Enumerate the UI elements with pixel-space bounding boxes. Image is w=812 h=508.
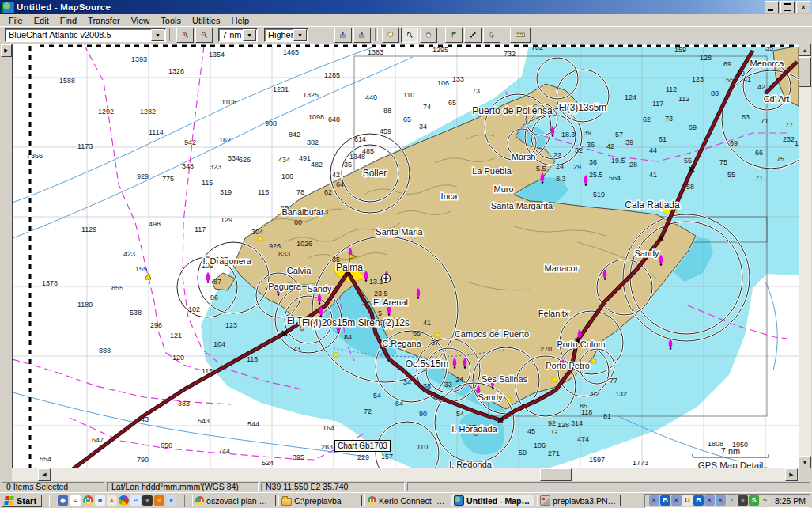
mapsource-window: Untitled - MapSource × FileEditFindTrans… bbox=[0, 0, 812, 508]
menu-tools[interactable]: Tools bbox=[155, 15, 187, 26]
zoom-in-button[interactable] bbox=[176, 28, 194, 43]
tray-app-icon-1[interactable]: ▪ bbox=[727, 495, 737, 506]
scroll-left-button[interactable]: ◀ bbox=[38, 468, 51, 481]
place-label: Manacor bbox=[545, 263, 579, 273]
measure-tool-button[interactable] bbox=[510, 28, 531, 43]
depth-sounding: 395 bbox=[293, 453, 304, 461]
minimize-button[interactable] bbox=[765, 1, 779, 13]
depth-sounding: 123 bbox=[225, 321, 237, 329]
chevron-down-icon[interactable]: ▼ bbox=[151, 29, 164, 41]
zoom-tool-button[interactable] bbox=[401, 28, 418, 43]
ruler-icon bbox=[516, 30, 525, 40]
depth-sounding: 120 bbox=[172, 354, 184, 362]
urban-area bbox=[552, 377, 557, 381]
chrome-icon[interactable] bbox=[83, 495, 93, 506]
menu-view[interactable]: View bbox=[126, 15, 156, 26]
mouse-icon[interactable]: ~ bbox=[760, 495, 770, 506]
utorrent-icon[interactable]: U bbox=[682, 495, 693, 506]
scale-combo[interactable]: 7 nm ▼ bbox=[218, 28, 258, 42]
menu-find[interactable]: Find bbox=[55, 15, 82, 26]
status-position-format: Lat/Lon hddd°mm.mmm'(WGS 84) bbox=[107, 482, 259, 491]
tray-app-icon-2[interactable]: ● bbox=[738, 495, 748, 506]
chevron-down-icon[interactable]: ▼ bbox=[293, 29, 307, 41]
depth-sounding: 1354 bbox=[209, 51, 225, 59]
depth-sounding: 543 bbox=[198, 417, 210, 425]
picasa-icon[interactable] bbox=[119, 495, 129, 506]
depth-sounding: 157 bbox=[381, 453, 393, 461]
menu-utilities[interactable]: Utilities bbox=[187, 15, 225, 26]
ie-icon[interactable]: e bbox=[130, 495, 141, 506]
task-button-label: oszovaci plan RISAZIBE... bbox=[206, 496, 273, 506]
task-button[interactable]: Kerio Connect - Google ... bbox=[364, 495, 448, 506]
firefox-icon[interactable]: ● bbox=[154, 495, 164, 506]
bluetooth-icon-2[interactable]: B bbox=[693, 495, 704, 506]
menu-transfer[interactable]: Transfer bbox=[82, 15, 126, 26]
network-offline-icon-2[interactable]: × bbox=[671, 495, 682, 506]
launcher-icon[interactable]: ◆ bbox=[58, 495, 68, 506]
detail-combo[interactable]: Higher ▼ bbox=[264, 28, 308, 42]
receive-from-device-button[interactable] bbox=[353, 28, 371, 43]
network-offline-icon-3[interactable]: × bbox=[704, 495, 715, 506]
pane-expand-button[interactable]: ▶ bbox=[1, 44, 12, 57]
vertical-scrollbar[interactable]: ▲ ▼ bbox=[799, 44, 811, 468]
depth-sounding: 74 bbox=[423, 103, 431, 111]
bluetooth-icon-1[interactable]: B bbox=[660, 495, 670, 506]
zoom-out-button[interactable] bbox=[195, 28, 213, 43]
notes-icon[interactable]: ≡ bbox=[70, 495, 81, 506]
depth-sounding: 64 bbox=[395, 400, 403, 408]
light-base-dot bbox=[319, 302, 321, 305]
vlc-icon[interactable]: ▲ bbox=[107, 495, 117, 506]
pan-tool-button[interactable] bbox=[420, 28, 437, 43]
menu-help[interactable]: Help bbox=[225, 15, 255, 26]
menu-edit[interactable]: Edit bbox=[28, 15, 55, 26]
depth-sounding: 112 bbox=[666, 85, 677, 93]
depth-sounding: 129 bbox=[221, 216, 232, 224]
close-button[interactable]: × bbox=[796, 1, 810, 13]
menu-file[interactable]: File bbox=[3, 15, 28, 26]
route-tool-button[interactable] bbox=[464, 28, 482, 43]
depth-sounding: 18.3 bbox=[561, 131, 576, 138]
task-button[interactable]: Untitled - MapSource bbox=[451, 495, 534, 506]
vertical-scroll-thumb[interactable] bbox=[799, 57, 811, 87]
tray-app-icon-3[interactable]: S bbox=[749, 495, 759, 506]
place-label: Menorca bbox=[750, 59, 785, 68]
selection-tool-button[interactable] bbox=[483, 28, 500, 43]
titlebar[interactable]: Untitled - MapSource × bbox=[0, 0, 812, 14]
start-button[interactable]: Start bbox=[2, 495, 42, 507]
taskbar-clock: 8:25 PM bbox=[771, 496, 806, 506]
depth-sounding: 1588 bbox=[59, 77, 75, 85]
route-icon bbox=[470, 29, 476, 40]
window-app-icon[interactable]: ■ bbox=[95, 495, 105, 506]
chevron-down-icon[interactable]: ▼ bbox=[243, 29, 256, 41]
network-offline-icon-1[interactable]: × bbox=[649, 495, 659, 506]
horizontal-scroll-thumb[interactable] bbox=[540, 468, 572, 481]
scroll-down-button[interactable]: ▼ bbox=[799, 456, 811, 468]
flag-icon bbox=[451, 29, 457, 40]
depth-sounding: 66 bbox=[413, 329, 421, 337]
place-label: Sandy bbox=[478, 392, 503, 402]
depth-sounding: 1282 bbox=[140, 108, 156, 116]
scroll-up-button[interactable]: ▲ bbox=[799, 44, 811, 56]
map-view[interactable]: 1588139313261354146513831295732702128512… bbox=[12, 44, 799, 469]
network-offline-icon-4[interactable]: × bbox=[716, 495, 726, 506]
map-tool-button[interactable] bbox=[382, 28, 399, 43]
send-to-device-button[interactable] bbox=[334, 28, 352, 43]
scroll-right-button[interactable]: ▶ bbox=[785, 468, 798, 481]
horizontal-scrollbar[interactable]: ◀ ▶ bbox=[12, 468, 799, 481]
depth-sounding: 942 bbox=[184, 138, 196, 146]
product-combo[interactable]: BlueChart Atlantic v2008.5 ▼ bbox=[5, 28, 166, 42]
chart-canvas[interactable]: 1588139313261354146513831295732702128512… bbox=[13, 44, 799, 469]
restore-button[interactable] bbox=[780, 1, 795, 13]
task-button[interactable]: C:\preplavba bbox=[278, 495, 362, 506]
waypoint-tool-button[interactable] bbox=[445, 28, 463, 43]
place-label: Cala Ratjada bbox=[625, 199, 680, 210]
messenger-icon[interactable]: ● bbox=[166, 495, 176, 506]
task-button[interactable]: oszovaci plan RISAZIBE... bbox=[192, 495, 276, 506]
task-button[interactable]: preplavba3.PNG - Paint bbox=[537, 495, 621, 506]
media-player-icon[interactable]: ● bbox=[142, 495, 153, 506]
depth-sounding: 334 bbox=[228, 154, 240, 162]
place-label: Banalbufar bbox=[281, 207, 324, 217]
menubar: FileEditFindTransferViewToolsUtilitiesHe… bbox=[0, 14, 812, 27]
depth-sounding: 13.1 bbox=[369, 278, 383, 286]
place-label: Paguera bbox=[268, 282, 301, 291]
